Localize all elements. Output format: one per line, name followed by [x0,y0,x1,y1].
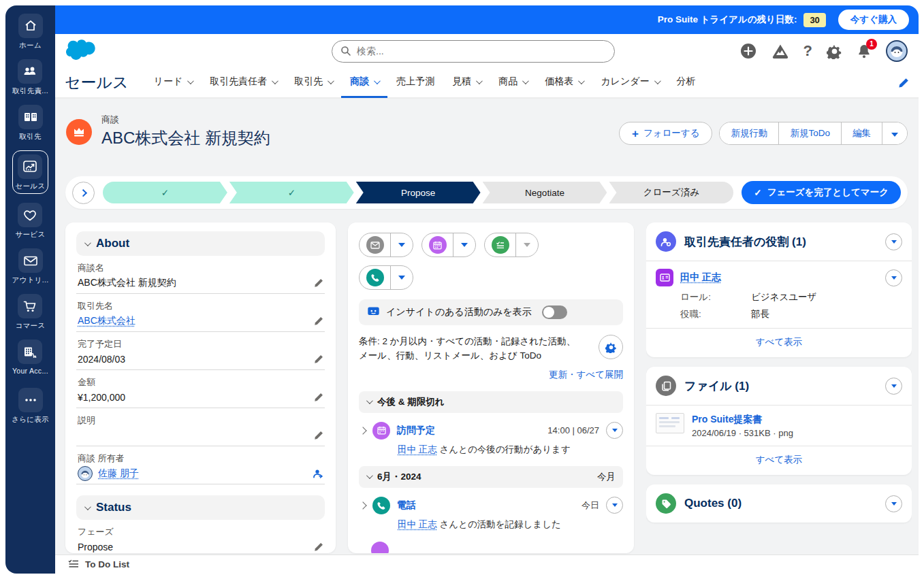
home-icon [18,14,43,38]
log-call-button[interactable] [360,269,390,286]
insights-toggle-label: インサイトのある活動のみを表示 [386,306,532,318]
stage-negotiate[interactable]: Negotiate [483,182,607,203]
insights-filter-bar: インサイトのある活動のみを表示 [359,299,623,325]
mark-stage-complete-button[interactable]: ✓フェーズを完了としてマーク [742,181,901,204]
view-all-link[interactable]: すべて表示 [756,454,802,465]
user-avatar[interactable] [886,40,908,62]
activity-dropdown-button[interactable] [606,422,623,439]
more-actions-dropdown[interactable] [882,122,907,144]
add-button[interactable] [739,42,757,60]
new-todo-button[interactable]: 新規ToDo [779,122,842,144]
sidebar-item-more[interactable]: さらに表示 [12,388,49,425]
trial-days-badge: 30 [803,13,825,27]
stage-complete-1[interactable]: ✓ [103,182,227,203]
chevron-down-icon [366,397,373,404]
contact-link[interactable]: 田中 正志 [398,444,437,454]
edit-nav-pencil-icon[interactable] [898,78,909,88]
card-title: Quotes (0) [684,497,742,510]
card-dropdown-button[interactable] [885,378,902,395]
edit-button[interactable]: 編集 [842,122,882,144]
role-label: ロール: [680,291,751,303]
tab-analytics[interactable]: 分析 [668,67,705,98]
tab-forecasts[interactable]: 売上予測 [387,67,443,98]
expand-chevron-icon[interactable] [359,427,366,434]
edit-pencil-icon[interactable] [314,393,323,402]
notifications-bell-icon[interactable]: 1 [857,44,872,59]
sidebar-item-outreach[interactable]: アウトリ... [12,248,49,285]
help-icon[interactable]: ? [803,42,812,60]
tab-leads[interactable]: リード [145,67,202,98]
todo-list-label[interactable]: To Do List [85,559,129,569]
search-input[interactable] [332,40,615,63]
stage-complete-2[interactable]: ✓ [229,182,354,203]
email-button[interactable] [360,236,390,254]
new-event-button[interactable]: 新規行動 [720,122,779,144]
buy-now-button[interactable]: 今すぐ購入 [838,10,909,30]
contact-link[interactable]: 田中 正志 [398,519,437,529]
sidebar-item-contacts[interactable]: 取引先責... [12,59,48,96]
expand-chevron-icon[interactable] [359,501,366,509]
sidebar-item-commerce[interactable]: コマース [16,294,46,331]
edit-pencil-icon[interactable] [314,278,323,288]
change-owner-icon[interactable] [313,469,323,479]
field-opportunity-name: 商談名 ABC株式会社 新規契約 [76,256,325,294]
page-columns: About 商談名 ABC株式会社 新規契約 取引先名 ABC株式会社 完了予定… [65,222,908,553]
chevron-down-icon [374,78,381,84]
building-cart-icon [18,340,42,364]
sidebar-item-home[interactable]: ホーム [18,14,43,50]
contact-roles-icon [656,231,676,252]
refresh-expand-link[interactable]: 更新・すべて展開 [549,369,623,380]
tab-pricebooks[interactable]: 価格表 [536,67,592,98]
status-section-header[interactable]: Status [76,495,325,520]
about-section-header[interactable]: About [76,231,325,256]
activity-title-link[interactable]: 電話 [397,499,416,512]
sidebar-item-your-account[interactable]: Your Acc... [12,340,48,375]
new-task-button[interactable] [485,236,515,254]
sidebar-item-sales[interactable]: セールス [12,150,49,194]
edit-pencil-icon[interactable] [314,542,323,552]
stage-closed[interactable]: クローズ済み [609,182,733,203]
file-meta: 2024/06/19 · 531KB · png [692,428,793,438]
activity-dropdown-button[interactable] [606,497,623,514]
sidebar-item-service[interactable]: サービス [16,203,46,239]
new-event-button[interactable] [422,236,453,254]
tab-calendar[interactable]: カレンダー [592,67,667,98]
row-dropdown-button[interactable] [885,269,902,286]
trailhead-icon[interactable] [771,43,789,59]
month-section-header[interactable]: 6月・2024今月 [359,466,623,488]
sidebar-item-accounts[interactable]: 取引先 [18,105,43,142]
insights-toggle[interactable] [542,305,567,319]
caret-down-icon [524,243,530,247]
einstein-icon [367,306,380,319]
tab-contacts[interactable]: 取引先責任者 [201,67,285,98]
edit-pencil-icon[interactable] [314,316,323,326]
contact-name-link[interactable]: 田中 正志 [680,271,721,284]
view-all-link[interactable]: すべて表示 [756,337,802,347]
card-dropdown-button[interactable] [885,495,902,512]
stage-propose[interactable]: Propose [356,182,481,203]
sidebar-item-label: 取引先 [19,132,41,142]
card-title: ファイル (1) [684,378,749,394]
tab-products[interactable]: 商品 [490,67,536,98]
owner-link[interactable]: 佐藤 朋子 [98,467,139,480]
event-caret-button[interactable] [453,233,475,257]
account-link[interactable]: ABC株式会社 [78,315,136,327]
setup-gear-icon[interactable] [827,44,842,59]
path-expand-button[interactable] [72,182,95,204]
app-sidebar: ホーム 取引先責... 取引先 セールス サービス アウトリ... コマース [5,5,55,574]
edit-pencil-icon[interactable] [314,354,323,364]
file-thumbnail[interactable] [656,413,684,433]
upcoming-overdue-header[interactable]: 今後 & 期限切れ [359,391,623,413]
activity-title-link[interactable]: 訪問予定 [397,425,435,437]
call-caret-button[interactable] [390,265,413,290]
tab-quotes[interactable]: 見積 [443,67,490,98]
tab-opportunities[interactable]: 商談 [341,67,387,98]
follow-button[interactable]: +フォローする [619,122,713,145]
email-caret-button[interactable] [390,233,413,257]
edit-pencil-icon[interactable] [314,431,323,440]
card-dropdown-button[interactable] [885,233,902,250]
file-name-link[interactable]: Pro Suite提案書 [692,414,762,425]
activity-settings-button[interactable] [599,335,623,359]
tab-accounts[interactable]: 取引先 [285,67,341,98]
check-icon: ✓ [288,187,296,198]
